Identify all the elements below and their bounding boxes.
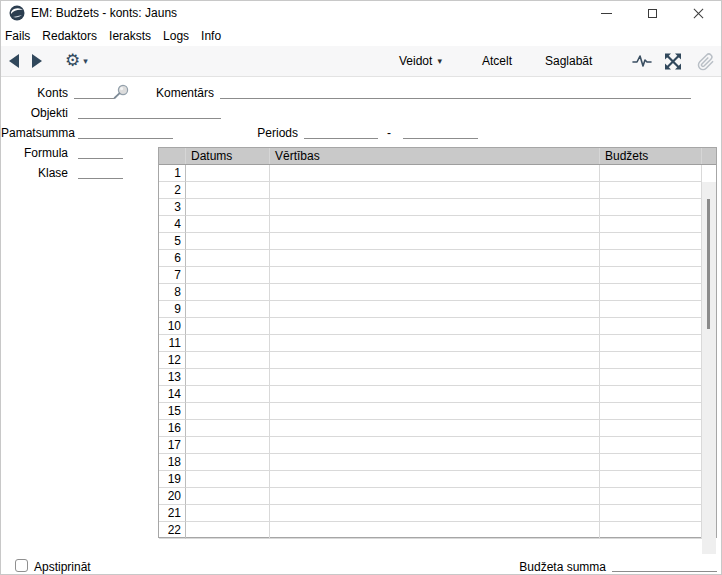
- cell-vertibas[interactable]: [270, 437, 600, 454]
- cell-budzets[interactable]: [600, 335, 702, 352]
- cell-datums[interactable]: [186, 335, 270, 352]
- cell-vertibas[interactable]: [270, 403, 600, 420]
- periods-from-input[interactable]: [304, 124, 378, 139]
- cell-vertibas[interactable]: [270, 369, 600, 386]
- cell-vertibas[interactable]: [270, 284, 600, 301]
- cell-budzets[interactable]: [600, 522, 702, 539]
- cell-budzets[interactable]: [600, 420, 702, 437]
- cell-vertibas[interactable]: [270, 488, 600, 505]
- konts-input[interactable]: [74, 84, 114, 99]
- cell-budzets[interactable]: [600, 267, 702, 284]
- cell-budzets[interactable]: [600, 403, 702, 420]
- forward-icon[interactable]: [32, 54, 42, 68]
- cell-datums[interactable]: [186, 199, 270, 216]
- cell-budzets[interactable]: [600, 318, 702, 335]
- paperclip-icon[interactable]: [697, 53, 715, 71]
- komentars-label: Komentārs: [141, 86, 214, 100]
- cell-vertibas[interactable]: [270, 216, 600, 233]
- cell-datums[interactable]: [186, 233, 270, 250]
- menu-ieraksts[interactable]: Ieraksts: [103, 29, 157, 43]
- cell-datums[interactable]: [186, 454, 270, 471]
- cell-budzets[interactable]: [600, 488, 702, 505]
- menu-fails[interactable]: Fails: [1, 29, 36, 43]
- cell-vertibas[interactable]: [270, 352, 600, 369]
- column-header-vertibas[interactable]: Vērtības: [270, 148, 600, 164]
- cell-datums[interactable]: [186, 505, 270, 522]
- cell-datums[interactable]: [186, 522, 270, 539]
- cell-vertibas[interactable]: [270, 182, 600, 199]
- cell-datums[interactable]: [186, 318, 270, 335]
- cell-budzets[interactable]: [600, 437, 702, 454]
- column-header-rownum[interactable]: [159, 148, 186, 164]
- formula-input[interactable]: [78, 144, 123, 159]
- cell-budzets[interactable]: [600, 471, 702, 488]
- column-header-datums[interactable]: Datums: [186, 148, 270, 164]
- column-header-budzets[interactable]: Budžets: [600, 148, 702, 164]
- cell-datums[interactable]: [186, 284, 270, 301]
- cell-vertibas[interactable]: [270, 522, 600, 539]
- cell-datums[interactable]: [186, 165, 270, 182]
- cell-datums[interactable]: [186, 386, 270, 403]
- cell-budzets[interactable]: [600, 386, 702, 403]
- cell-vertibas[interactable]: [270, 301, 600, 318]
- cell-vertibas[interactable]: [270, 335, 600, 352]
- expand-icon[interactable]: [664, 53, 682, 70]
- gear-menu-button[interactable]: ⚙ ▾: [65, 49, 88, 73]
- cell-datums[interactable]: [186, 301, 270, 318]
- cell-budzets[interactable]: [600, 216, 702, 233]
- cell-budzets[interactable]: [600, 505, 702, 522]
- cell-budzets[interactable]: [600, 165, 702, 182]
- cell-datums[interactable]: [186, 216, 270, 233]
- activity-icon[interactable]: [632, 53, 652, 69]
- cell-budzets[interactable]: [600, 250, 702, 267]
- objekti-input[interactable]: [78, 104, 221, 119]
- komentars-input[interactable]: [220, 84, 691, 99]
- cell-datums[interactable]: [186, 471, 270, 488]
- pamatsumma-input[interactable]: [78, 124, 173, 139]
- cell-budzets[interactable]: [600, 369, 702, 386]
- cell-vertibas[interactable]: [270, 471, 600, 488]
- cell-budzets[interactable]: [600, 301, 702, 318]
- cell-budzets[interactable]: [600, 233, 702, 250]
- scrollbar-thumb[interactable]: [707, 199, 710, 329]
- cell-datums[interactable]: [186, 182, 270, 199]
- cell-datums[interactable]: [186, 437, 270, 454]
- maximize-button[interactable]: [629, 1, 675, 25]
- cell-datums[interactable]: [186, 369, 270, 386]
- cell-vertibas[interactable]: [270, 454, 600, 471]
- cell-datums[interactable]: [186, 403, 270, 420]
- cell-datums[interactable]: [186, 420, 270, 437]
- cell-datums[interactable]: [186, 267, 270, 284]
- cell-datums[interactable]: [186, 250, 270, 267]
- cell-budzets[interactable]: [600, 352, 702, 369]
- cell-budzets[interactable]: [600, 199, 702, 216]
- vertical-scrollbar[interactable]: [702, 182, 716, 554]
- cell-vertibas[interactable]: [270, 199, 600, 216]
- save-button[interactable]: Saglabāt: [545, 54, 592, 68]
- create-button[interactable]: Veidot▾: [399, 54, 442, 68]
- cell-budzets[interactable]: [600, 182, 702, 199]
- apstiprinat-checkbox[interactable]: [15, 559, 28, 572]
- cell-vertibas[interactable]: [270, 165, 600, 182]
- cell-budzets[interactable]: [600, 454, 702, 471]
- cell-datums[interactable]: [186, 488, 270, 505]
- minimize-button[interactable]: [583, 1, 629, 25]
- periods-to-input[interactable]: [403, 124, 478, 139]
- cell-vertibas[interactable]: [270, 386, 600, 403]
- cell-datums[interactable]: [186, 352, 270, 369]
- cell-vertibas[interactable]: [270, 233, 600, 250]
- cell-vertibas[interactable]: [270, 250, 600, 267]
- cell-vertibas[interactable]: [270, 505, 600, 522]
- paste-special-icon[interactable]: [112, 84, 130, 100]
- cell-vertibas[interactable]: [270, 318, 600, 335]
- cell-budzets[interactable]: [600, 284, 702, 301]
- cell-vertibas[interactable]: [270, 267, 600, 284]
- klase-input[interactable]: [78, 164, 123, 179]
- back-icon[interactable]: [9, 54, 19, 68]
- cell-vertibas[interactable]: [270, 420, 600, 437]
- close-button[interactable]: [675, 1, 721, 25]
- menu-logs[interactable]: Logs: [157, 29, 195, 43]
- cancel-button[interactable]: Atcelt: [482, 54, 512, 68]
- menu-info[interactable]: Info: [195, 29, 227, 43]
- menu-redaktors[interactable]: Redaktors: [36, 29, 103, 43]
